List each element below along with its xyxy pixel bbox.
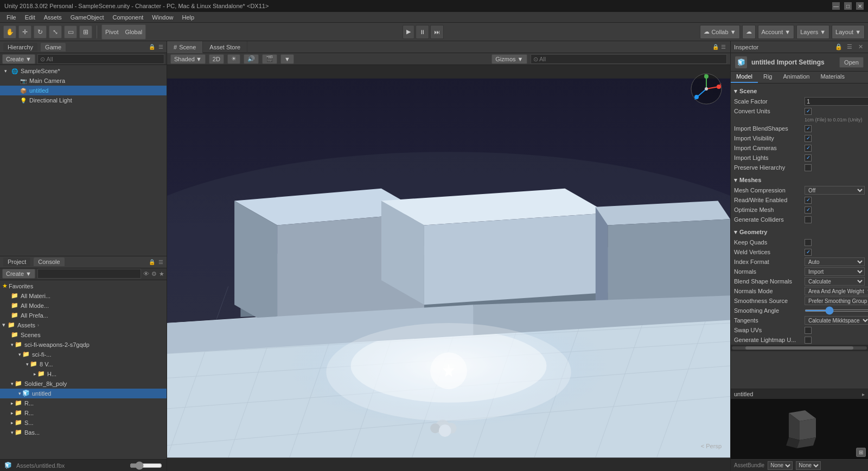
scale-factor-input[interactable] <box>805 97 868 106</box>
hierarchy-menu-icon[interactable]: ☰ <box>158 44 163 50</box>
asset-bundle-variant-select[interactable]: None <box>796 461 821 470</box>
generate-lightmap-checkbox[interactable] <box>805 337 812 344</box>
tab-console[interactable]: Console <box>34 257 64 266</box>
open-button[interactable]: Open <box>839 57 864 68</box>
rotate-tool-button[interactable]: ↻ <box>34 25 47 38</box>
import-blendshapes-checkbox[interactable] <box>805 125 812 132</box>
project-item-scifi-sub[interactable]: ▾ 📁 sci-fi-... <box>0 350 167 359</box>
2d-button[interactable]: 2D <box>209 54 224 64</box>
project-item-8v[interactable]: ▾ 📁 8 V... <box>0 359 167 369</box>
import-cameras-checkbox[interactable] <box>805 145 812 152</box>
scene-gizmo[interactable]: Y X Z <box>690 73 723 105</box>
play-button[interactable]: ▶ <box>403 25 414 39</box>
hand-tool-button[interactable]: ✋ <box>3 25 16 38</box>
project-item-scenes[interactable]: 📁 Scenes <box>0 330 167 340</box>
section-meshes[interactable]: ▾ Meshes <box>731 175 868 185</box>
smoothing-angle-slider[interactable] <box>805 309 868 312</box>
inspector-scrollbar[interactable] <box>731 345 868 351</box>
project-menu-icon[interactable]: ☰ <box>158 259 163 265</box>
layout-button[interactable]: Layout ▼ <box>832 25 865 39</box>
pivot-button[interactable]: Pivot <box>102 25 122 39</box>
hierarchy-create-button[interactable]: Create ▼ <box>2 54 35 64</box>
pause-button[interactable]: ⏸ <box>416 25 429 39</box>
tab-asset-store[interactable]: Asset Store <box>203 41 247 53</box>
blend-shape-normals-select[interactable]: Calculate Import None <box>805 277 865 286</box>
transform-tool-button[interactable]: ⊞ <box>79 25 92 38</box>
convert-units-checkbox[interactable] <box>805 108 812 115</box>
keep-quads-checkbox[interactable] <box>805 239 812 246</box>
project-create-button[interactable]: Create ▼ <box>2 269 35 279</box>
project-item-scifi-weapons[interactable]: ▾ 📁 sci-fi-weapons-2-s7gqdp <box>0 340 167 350</box>
gizmos-button[interactable]: Gizmos ▼ <box>492 54 527 64</box>
scale-tool-button[interactable]: ⤡ <box>49 25 62 38</box>
layers-button[interactable]: Layers ▼ <box>796 25 829 39</box>
tree-item-maincamera[interactable]: 📷 Main Camera <box>0 76 167 86</box>
project-item-untitled[interactable]: ▾ 🧊 untitled <box>0 389 167 398</box>
preview-content[interactable]: ⊞ <box>731 399 868 459</box>
project-item-s[interactable]: ▸ 📁 S... <box>0 418 167 428</box>
section-scene[interactable]: ▾ Scene <box>731 86 868 96</box>
normals-mode-select[interactable]: Area And Angle Weight Unweighted <box>805 287 868 295</box>
swap-uvs-checkbox[interactable] <box>805 327 812 334</box>
project-filter-icon[interactable]: ⚙ <box>151 270 157 278</box>
project-item-allprefabs[interactable]: 📁 All Prefa... <box>0 311 167 320</box>
audio-toggle-button[interactable]: 🔊 <box>244 54 259 64</box>
tangents-select[interactable]: Calculate Mikktspace Calculate Legacy Im… <box>805 316 868 325</box>
minimize-button[interactable]: — <box>832 2 840 10</box>
insp-tab-animation[interactable]: Animation <box>777 72 815 83</box>
weld-vertices-checkbox[interactable] <box>805 249 812 256</box>
inspector-menu-button[interactable]: ☰ <box>845 43 854 51</box>
tree-item-samplescene[interactable]: ▾ 🌐 SampleScene* <box>0 66 167 76</box>
project-item-soldier[interactable]: ▾ 📁 Soldier_8k_poly <box>0 379 167 389</box>
project-item-allmaterials[interactable]: 📁 All Materi... <box>0 291 167 301</box>
smoothness-source-select[interactable]: Prefer Smoothing Group From Smoothing Gr… <box>805 296 868 305</box>
readwrite-checkbox[interactable] <box>805 197 812 204</box>
preview-expand-button[interactable]: ⊞ <box>856 448 866 457</box>
mesh-compression-select[interactable]: Off Low Medium High <box>805 186 865 195</box>
project-item-r1[interactable]: ▸ 📁 R... <box>0 398 167 408</box>
scene-viewport[interactable]: Y X Z < Persp <box>167 65 730 471</box>
insp-tab-rig[interactable]: Rig <box>758 72 778 83</box>
vfx-toggle-button[interactable]: 🎬 <box>262 54 277 64</box>
project-favorites-header[interactable]: ★ Favorites <box>0 281 167 291</box>
inspector-close-button[interactable]: ✕ <box>856 43 865 51</box>
tab-scene[interactable]: # Scene <box>167 41 203 53</box>
import-visibility-checkbox[interactable] <box>805 135 812 142</box>
shading-mode-button[interactable]: Shaded ▼ <box>170 54 206 64</box>
scene-effects-button[interactable]: ▼ <box>280 54 294 64</box>
account-button[interactable]: Account ▼ <box>758 25 795 39</box>
rect-tool-button[interactable]: ▭ <box>64 25 77 38</box>
asset-bundle-name-select[interactable]: None <box>768 461 793 470</box>
generate-colliders-checkbox[interactable] <box>805 216 812 223</box>
menu-gameobject[interactable]: GameObject <box>66 13 108 22</box>
inspector-lock-button[interactable]: 🔒 <box>834 43 843 51</box>
light-toggle-button[interactable]: ☀ <box>227 54 240 64</box>
maximize-button[interactable]: □ <box>844 2 852 10</box>
project-eyedropper-icon[interactable]: 👁 <box>143 270 149 277</box>
project-assets-header[interactable]: ▾ 📁 Assets › <box>0 320 167 330</box>
tree-item-directionallight[interactable]: 💡 Directional Light <box>0 95 167 105</box>
project-star-icon[interactable]: ★ <box>159 270 164 278</box>
move-tool-button[interactable]: ✛ <box>18 25 31 38</box>
tab-hierarchy[interactable]: Hierarchy <box>3 43 37 51</box>
preserve-hierarchy-checkbox[interactable] <box>805 164 812 171</box>
menu-window[interactable]: Window <box>148 13 177 22</box>
insp-tab-model[interactable]: Model <box>731 72 758 83</box>
collab-button[interactable]: ☁ Collab ▼ <box>700 25 739 39</box>
scene-search-input[interactable] <box>531 54 727 64</box>
cloud-button[interactable]: ☁ <box>742 25 756 39</box>
hierarchy-search-input[interactable] <box>37 54 164 64</box>
tab-project[interactable]: Project <box>3 257 30 266</box>
project-item-allmodels[interactable]: 📁 All Mode... <box>0 301 167 311</box>
menu-component[interactable]: Component <box>108 13 148 22</box>
project-item-r2[interactable]: ▸ 📁 R... <box>0 408 167 418</box>
project-item-h[interactable]: ▸ 📁 H... <box>0 369 167 379</box>
normals-select[interactable]: Import Calculate None <box>805 267 865 276</box>
scene-tab-menu-icon[interactable]: ☰ <box>721 44 726 50</box>
insp-tab-materials[interactable]: Materials <box>815 72 850 83</box>
project-item-bas[interactable]: ▾ 📁 Bas... <box>0 428 167 437</box>
project-search-input[interactable] <box>37 269 141 279</box>
import-lights-checkbox[interactable] <box>805 154 812 162</box>
tab-game[interactable]: Game <box>41 43 66 51</box>
menu-assets[interactable]: Assets <box>40 13 66 22</box>
